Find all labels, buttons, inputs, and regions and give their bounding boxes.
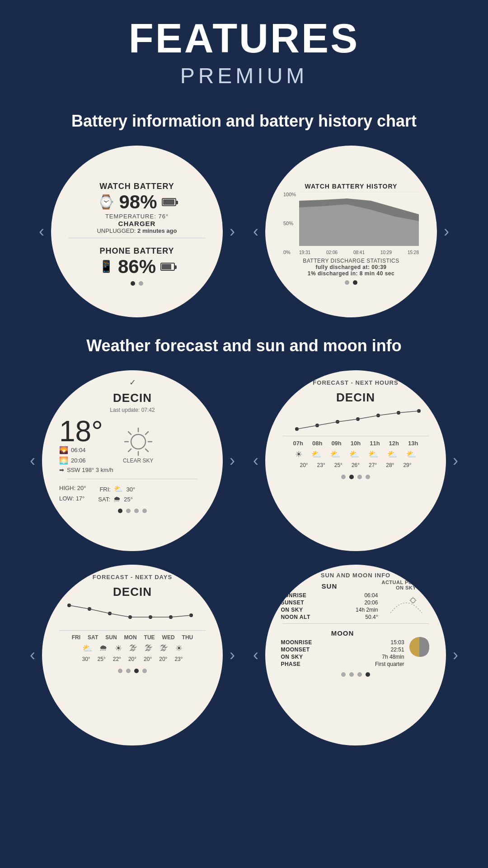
moon-section-row: MOON MOONRISE 15:03 MOONSET 22:51 ON SKY… xyxy=(281,627,430,668)
icon-fri: ⛅ xyxy=(82,643,92,653)
sm-prev-arrow[interactable]: ‹ xyxy=(251,643,261,667)
wind-val: SSW 198° 3 km/h xyxy=(67,467,113,473)
icon-sun: ☀ xyxy=(115,643,122,653)
icon-09h: ⛅ xyxy=(330,449,340,459)
wdot-4 xyxy=(142,509,147,513)
forecast-days-widget: FORECAST - NEXT DAYS DECIN FRI SAT SUN M… xyxy=(42,565,223,745)
sunrise-icon: 🌄 xyxy=(59,446,68,454)
fddot-2 xyxy=(126,669,131,673)
section-weather-title: Weather forecast and sun and moon info xyxy=(0,326,488,366)
icon-thu: ☀ xyxy=(175,643,183,653)
actual-pos-sub: ON SKY xyxy=(396,585,416,590)
weather-dots xyxy=(118,509,147,513)
noon-alt-row: NOON ALT 50.4° xyxy=(281,613,378,621)
svg-line-11 xyxy=(145,449,148,452)
dot-2 xyxy=(139,281,143,286)
hdot-1 xyxy=(345,280,349,285)
sm-next-arrow[interactable]: › xyxy=(450,643,460,667)
history-prev-arrow[interactable]: ‹ xyxy=(251,220,261,243)
sat-icon: 🌧 xyxy=(113,495,121,503)
svg-point-5 xyxy=(131,434,145,449)
sunset-row: 🌅 20:06 xyxy=(59,456,113,465)
sunset-val: 20:06 xyxy=(71,457,86,464)
smdot-3 xyxy=(357,672,362,677)
fhdot-4 xyxy=(366,475,370,479)
fd-next-arrow[interactable]: › xyxy=(227,643,237,667)
history-close[interactable]: × xyxy=(422,156,427,166)
chart-y-labels: 100% 50% 0% xyxy=(283,192,299,255)
icon-07h: ☀ xyxy=(295,449,302,459)
wdot-2 xyxy=(126,509,131,513)
unplugged-text: UNPLUGGED: 2 minutes ago xyxy=(97,227,177,234)
fh-location: DECIN xyxy=(336,391,375,405)
watch-battery-title: WATCH BATTERY xyxy=(99,182,174,191)
history-next-arrow[interactable]: › xyxy=(441,220,451,243)
sun-svg xyxy=(122,426,154,458)
sun-moon-title: SUN AND MOON INFO xyxy=(321,572,390,579)
sat-row: SAT: 🌧 25° xyxy=(98,495,133,503)
fh-next-arrow[interactable]: › xyxy=(450,449,460,472)
battery-prev-arrow[interactable]: ‹ xyxy=(37,220,47,243)
low-sat-row: LOW: 17° SAT: 🌧 25° xyxy=(59,495,206,503)
icon-sat: 🌧 xyxy=(99,643,108,653)
weather-next-arrow[interactable]: › xyxy=(227,449,237,472)
low-row: LOW: 17° xyxy=(59,495,84,503)
forecast-hours-container: ‹ FORECAST - NEXT HOURS DECIN 07h 08h 09… xyxy=(251,370,460,551)
chart-x-labels: 19:31 02:06 08:41 10:29 15:28 xyxy=(299,250,419,255)
smdot-4 xyxy=(366,672,370,677)
hours-row: 07h 08h 09h 10h 11h 12h 13h xyxy=(293,440,418,447)
sun-icon-col: CLEAR SKY xyxy=(122,426,154,464)
moonrise-row: MOONRISE 15:03 xyxy=(281,639,404,646)
battery-close[interactable]: × xyxy=(207,156,213,166)
icon-08h: ⛅ xyxy=(311,449,321,459)
discharge-stats: BATTERY DISCHARGE STATISTICS fully disch… xyxy=(303,258,399,277)
temps-row: 20° 23° 25° 26° 27° 28° 29° xyxy=(300,462,411,468)
forecast-days-container: ‹ FORECAST - NEXT DAYS DECIN FRI SAT SUN… xyxy=(28,565,237,745)
fd-dots xyxy=(118,669,147,673)
location-check-icon: ✓ xyxy=(129,377,136,387)
hdot-2 xyxy=(353,280,357,285)
section-battery-title: Battery information and battery history … xyxy=(0,102,488,141)
icon-mon: 🌫 xyxy=(129,643,137,653)
fh-prev-arrow[interactable]: ‹ xyxy=(251,449,261,472)
icon-10h: ⛅ xyxy=(349,449,359,459)
wdot-1 xyxy=(118,509,122,513)
days-line-chart xyxy=(62,602,202,627)
watch-battery-pct-row: ⌚ 98% xyxy=(98,191,176,213)
weather-divider xyxy=(67,479,197,479)
divider-1 xyxy=(68,238,206,238)
weather-prev-arrow[interactable]: ‹ xyxy=(28,449,38,472)
forecast-hours-title: FORECAST - NEXT HOURS xyxy=(313,379,398,386)
wdot-3 xyxy=(134,509,139,513)
weather-widget: ✓ DECIN Last update: 07:42 18° 🌄 06:04 🌅… xyxy=(42,370,223,551)
battery-row: ‹ × WATCH BATTERY ⌚ 98% TEMPERATURE: 76°… xyxy=(0,141,488,326)
watch-icon: ⌚ xyxy=(98,194,114,210)
fri-row: FRI: ⛅ 30° xyxy=(99,485,135,493)
svg-point-28 xyxy=(411,598,415,603)
moon-on-sky-row: ON SKY 7h 48min xyxy=(281,653,404,660)
sm-dots xyxy=(341,672,370,677)
svg-line-10 xyxy=(128,432,131,434)
phase-row: PHASE First quarter xyxy=(281,660,404,668)
sunrise-row: 🌄 06:04 xyxy=(59,446,113,454)
smdot-1 xyxy=(341,672,346,677)
icon-12h: ⛅ xyxy=(387,449,397,459)
moon-phase-svg xyxy=(408,636,431,658)
main-temp: 18° xyxy=(59,417,113,446)
weather-row-1: ‹ ✓ DECIN Last update: 07:42 18° 🌄 06:04… xyxy=(0,366,488,560)
battery-next-arrow[interactable]: › xyxy=(227,220,237,243)
sunrise-val: 06:04 xyxy=(71,447,86,453)
fhdot-3 xyxy=(357,475,362,479)
icon-tue: 🌫 xyxy=(145,643,153,653)
days-temps-row: 30° 25° 22° 20° 20° 20° 23° xyxy=(82,656,183,662)
fddot-4 xyxy=(142,669,147,673)
weather-icons-row: ☀ ⛅ ⛅ ⛅ ⛅ ⛅ ⛅ xyxy=(295,449,416,459)
history-title: WATCH BATTERY HISTORY xyxy=(305,183,398,190)
page-title: FEATURES xyxy=(0,0,488,63)
forecast-line-chart xyxy=(288,407,423,432)
icon-13h: ⛅ xyxy=(406,449,416,459)
fddot-3 xyxy=(134,669,139,673)
sun-info: 🌄 06:04 🌅 20:06 ➡ SSW 198° 3 km/h xyxy=(59,446,113,473)
fd-prev-arrow[interactable]: ‹ xyxy=(28,643,38,667)
fh-dots xyxy=(341,475,370,479)
